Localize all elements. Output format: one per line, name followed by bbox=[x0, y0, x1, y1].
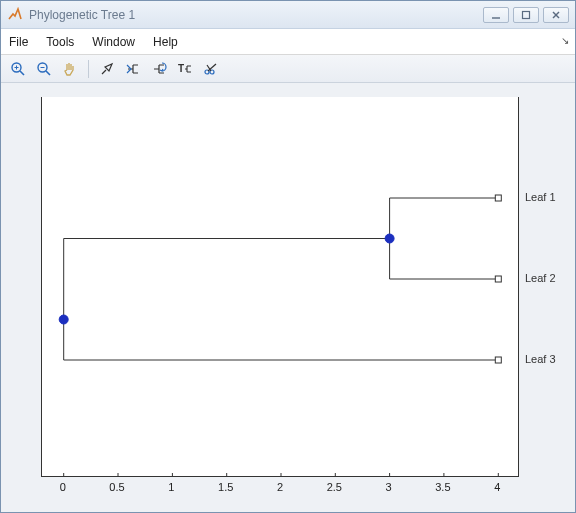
toolbar: T bbox=[1, 55, 575, 83]
zoom-in-icon[interactable] bbox=[7, 58, 29, 80]
window-title: Phylogenetic Tree 1 bbox=[29, 8, 483, 22]
xtick-label: 1 bbox=[156, 481, 186, 493]
xtick-label: 2 bbox=[265, 481, 295, 493]
svg-rect-23 bbox=[495, 276, 501, 282]
inspect-icon[interactable] bbox=[96, 58, 118, 80]
window-controls bbox=[483, 7, 569, 23]
svg-rect-22 bbox=[495, 195, 501, 201]
svg-point-26 bbox=[59, 315, 68, 324]
tree-plot bbox=[42, 97, 520, 477]
figure-area: 0 0.5 1 1.5 2 2.5 3 3.5 4 Leaf 1 Leaf 2 … bbox=[1, 83, 575, 512]
xtick-label: 3 bbox=[374, 481, 404, 493]
titlebar[interactable]: Phylogenetic Tree 1 bbox=[1, 1, 575, 29]
menu-file[interactable]: File bbox=[9, 35, 28, 49]
dock-arrow-icon[interactable]: ↘ bbox=[561, 35, 569, 46]
xtick-label: 4 bbox=[482, 481, 512, 493]
prune-icon[interactable] bbox=[200, 58, 222, 80]
menu-tools[interactable]: Tools bbox=[46, 35, 74, 49]
collapse-icon[interactable] bbox=[122, 58, 144, 80]
rotate-icon[interactable] bbox=[148, 58, 170, 80]
svg-rect-1 bbox=[523, 11, 530, 18]
app-window: Phylogenetic Tree 1 File Tools Window He… bbox=[0, 0, 576, 513]
maximize-button[interactable] bbox=[513, 7, 539, 23]
svg-rect-24 bbox=[495, 357, 501, 363]
axes[interactable] bbox=[41, 97, 519, 477]
svg-line-9 bbox=[46, 71, 50, 75]
xtick-label: 1.5 bbox=[211, 481, 241, 493]
svg-point-25 bbox=[385, 234, 394, 243]
svg-line-5 bbox=[20, 71, 24, 75]
xtick-label: 2.5 bbox=[319, 481, 349, 493]
svg-text:T: T bbox=[178, 63, 184, 74]
xtick-label: 0.5 bbox=[102, 481, 132, 493]
zoom-out-icon[interactable] bbox=[33, 58, 55, 80]
leaf-label[interactable]: Leaf 3 bbox=[525, 353, 556, 365]
xtick-label: 0 bbox=[48, 481, 78, 493]
leaf-label[interactable]: Leaf 2 bbox=[525, 272, 556, 284]
pan-icon[interactable] bbox=[59, 58, 81, 80]
leaf-label[interactable]: Leaf 1 bbox=[525, 191, 556, 203]
matlab-icon bbox=[7, 7, 23, 23]
minimize-button[interactable] bbox=[483, 7, 509, 23]
menu-help[interactable]: Help bbox=[153, 35, 178, 49]
rename-icon[interactable]: T bbox=[174, 58, 196, 80]
menu-window[interactable]: Window bbox=[92, 35, 135, 49]
menubar: File Tools Window Help ↘ bbox=[1, 29, 575, 55]
xtick-label: 3.5 bbox=[428, 481, 458, 493]
toolbar-separator bbox=[88, 60, 89, 78]
close-button[interactable] bbox=[543, 7, 569, 23]
